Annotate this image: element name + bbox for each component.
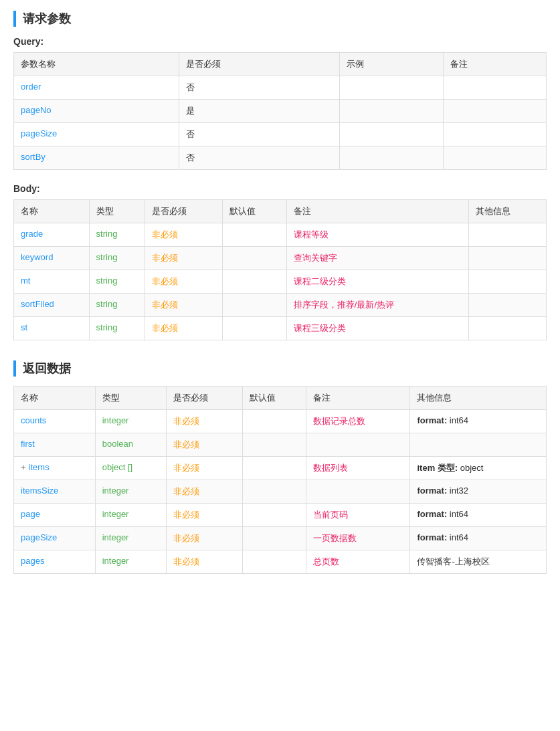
- table-row: itemsSize integer 非必须 format: int32: [14, 480, 547, 504]
- param-remark: 课程二级分类: [286, 270, 468, 294]
- table-row: pageSize 否: [14, 123, 547, 146]
- resp-col-other: 其他信息: [410, 387, 547, 410]
- request-params-title: 请求参数: [13, 11, 547, 27]
- table-row: keyword string 非必须 查询关键字: [14, 247, 547, 270]
- resp-default: [243, 550, 306, 574]
- param-required: 否: [179, 123, 340, 146]
- resp-other: format: int64: [410, 527, 547, 550]
- table-row: st string 非必须 课程三级分类: [14, 317, 547, 340]
- body-col-default: 默认值: [223, 200, 286, 223]
- param-name: keyword: [14, 247, 90, 270]
- param-remark: 排序字段，推荐/最新/热评: [286, 294, 468, 317]
- table-row: pages integer 非必须 总页数 传智播客-上海校区: [14, 550, 547, 574]
- resp-type: integer: [95, 480, 166, 504]
- table-row: pageNo 是: [14, 100, 547, 123]
- table-row: sortBy 否: [14, 146, 547, 170]
- resp-name: pages: [14, 550, 96, 574]
- request-params-section: 请求参数 Query: 参数名称 是否必须 示例 备注 order 否 page…: [13, 11, 547, 340]
- resp-other: format: int64: [410, 504, 547, 527]
- table-row: sortFiled string 非必须 排序字段，推荐/最新/热评: [14, 294, 547, 317]
- resp-col-remark: 备注: [306, 387, 410, 410]
- resp-col-name: 名称: [14, 387, 96, 410]
- table-row: grade string 非必须 课程等级: [14, 223, 547, 247]
- resp-required: 非必须: [166, 457, 243, 480]
- table-row: page integer 非必须 当前页码 format: int64: [14, 504, 547, 527]
- resp-type: object []: [95, 457, 166, 480]
- resp-default: [243, 410, 306, 433]
- table-row: counts integer 非必须 数据记录总数 format: int64: [14, 410, 547, 433]
- param-type: string: [89, 270, 145, 294]
- param-required: 非必须: [145, 294, 223, 317]
- param-default: [223, 294, 286, 317]
- body-table-header-row: 名称 类型 是否必须 默认值 备注 其他信息: [14, 200, 547, 223]
- resp-required: 非必须: [166, 433, 243, 457]
- resp-remark: 数据记录总数: [306, 410, 410, 433]
- resp-remark: 数据列表: [306, 457, 410, 480]
- response-data-section: 返回数据 名称 类型 是否必须 默认值 备注 其他信息 counts integ…: [13, 360, 547, 574]
- param-type: string: [89, 317, 145, 340]
- resp-remark: [306, 480, 410, 504]
- resp-name: +items: [14, 457, 96, 480]
- param-required: 非必须: [145, 223, 223, 247]
- resp-default: [243, 504, 306, 527]
- resp-other: format: int64: [410, 410, 547, 433]
- param-example: [340, 146, 443, 170]
- resp-name: counts: [14, 410, 96, 433]
- param-name: mt: [14, 270, 90, 294]
- resp-remark: 当前页码: [306, 504, 410, 527]
- body-col-remark: 备注: [286, 200, 468, 223]
- resp-name: first: [14, 433, 96, 457]
- resp-required: 非必须: [166, 527, 243, 550]
- resp-col-default: 默认值: [243, 387, 306, 410]
- resp-default: [243, 480, 306, 504]
- param-other: [468, 247, 546, 270]
- resp-col-required: 是否必须: [166, 387, 243, 410]
- param-name: st: [14, 317, 90, 340]
- param-name: grade: [14, 223, 90, 247]
- param-default: [223, 247, 286, 270]
- param-name: pageNo: [14, 100, 179, 123]
- resp-remark: [306, 433, 410, 457]
- resp-required: 非必须: [166, 480, 243, 504]
- param-default: [223, 317, 286, 340]
- expand-icon[interactable]: +: [21, 462, 26, 472]
- table-row: pageSize integer 非必须 一页数据数 format: int64: [14, 527, 547, 550]
- resp-type: integer: [95, 527, 166, 550]
- resp-other: format: int32: [410, 480, 547, 504]
- param-type: string: [89, 294, 145, 317]
- param-default: [223, 270, 286, 294]
- param-remark: [443, 123, 546, 146]
- param-example: [340, 100, 443, 123]
- resp-type: boolean: [95, 433, 166, 457]
- param-required: 非必须: [145, 317, 223, 340]
- query-table-header-row: 参数名称 是否必须 示例 备注: [14, 53, 547, 76]
- body-col-other: 其他信息: [468, 200, 546, 223]
- body-col-required: 是否必须: [145, 200, 223, 223]
- query-label: Query:: [13, 36, 547, 47]
- body-label: Body:: [13, 183, 547, 194]
- resp-name: itemsSize: [14, 480, 96, 504]
- body-col-type: 类型: [89, 200, 145, 223]
- resp-remark: 总页数: [306, 550, 410, 574]
- query-col-remark: 备注: [443, 53, 546, 76]
- param-default: [223, 223, 286, 247]
- param-remark: 查询关键字: [286, 247, 468, 270]
- param-name: order: [14, 76, 179, 100]
- query-col-example: 示例: [340, 53, 443, 76]
- param-required: 是: [179, 100, 340, 123]
- resp-type: integer: [95, 410, 166, 433]
- response-table-header-row: 名称 类型 是否必须 默认值 备注 其他信息: [14, 387, 547, 410]
- param-other: [468, 317, 546, 340]
- resp-required: 非必须: [166, 550, 243, 574]
- resp-required: 非必须: [166, 410, 243, 433]
- body-col-name: 名称: [14, 200, 90, 223]
- resp-required: 非必须: [166, 504, 243, 527]
- param-remark: [443, 76, 546, 100]
- query-col-name: 参数名称: [14, 53, 179, 76]
- param-remark: 课程等级: [286, 223, 468, 247]
- response-table: 名称 类型 是否必须 默认值 备注 其他信息 counts integer 非必…: [13, 386, 547, 574]
- resp-other: [410, 433, 547, 457]
- query-table: 参数名称 是否必须 示例 备注 order 否 pageNo 是 pageSiz…: [13, 52, 547, 170]
- table-row: mt string 非必须 课程二级分类: [14, 270, 547, 294]
- response-data-title: 返回数据: [13, 360, 547, 377]
